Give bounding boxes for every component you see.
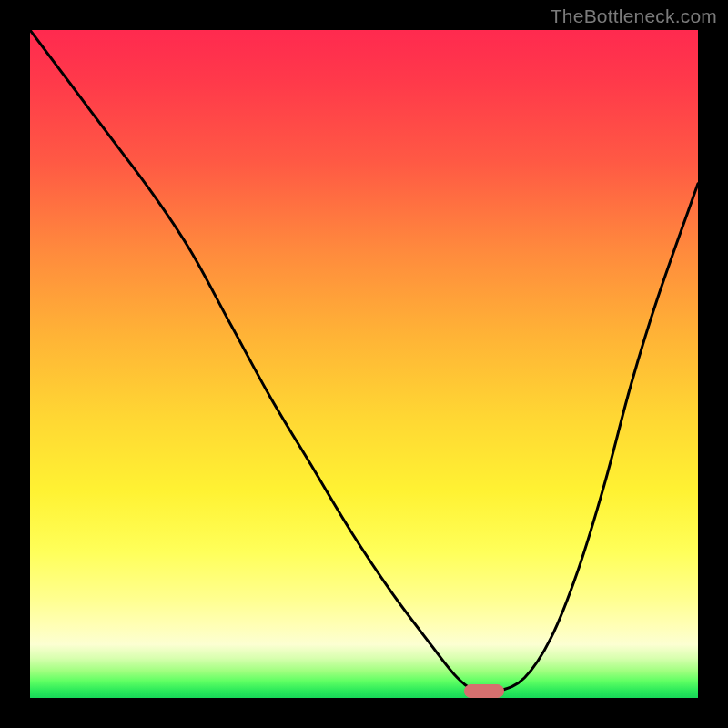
watermark: TheBottleneck.com — [551, 5, 717, 27]
plot-area — [30, 30, 698, 698]
gradient-background — [30, 30, 698, 698]
chart-frame: TheBottleneck.com — [0, 0, 728, 728]
optimal-marker — [464, 684, 504, 698]
